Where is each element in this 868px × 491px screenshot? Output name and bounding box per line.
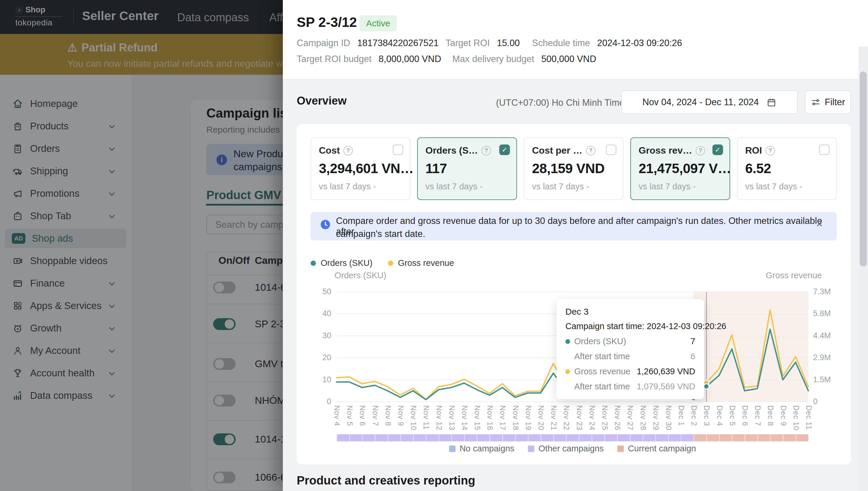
help-icon: ? [695,146,705,155]
meta-schedule-time: Schedule time2024-12-03 09:20:26 [532,38,682,49]
chart-tooltip: Dec 3 Campaign start time: 2024-12-03 09… [557,299,704,399]
period-strip-legend: No campaigns Other campaigns Current cam… [337,444,808,454]
help-icon: ? [482,146,491,155]
filter-button[interactable]: Filter [805,90,851,114]
metric-card-roi[interactable]: ROI? 6.52 vs last 7 days - [737,137,837,200]
tooltip-row-orders: Orders (SKU)7 [565,337,695,346]
left-axis-ticks: 50403020100 [312,292,331,402]
legend-other-campaigns: Other campaigns [528,444,604,454]
legend-item-orders[interactable]: Orders (SKU) [311,258,373,268]
meta-target-roi-budget: Target ROI budget8,000,000 VND [297,54,441,64]
filter-label: Filter [825,97,845,108]
calendar-icon [767,97,776,107]
drawer-header: SP 2-3/12 Active Campaign ID181738422026… [283,0,868,80]
tooltip-row-gross-revenue: Gross revenue1,260,639 VND [565,367,695,376]
metric-compare: vs last 7 days - [426,182,483,192]
metric-checkbox[interactable] [606,144,616,155]
help-icon: ? [586,146,595,155]
metric-card-gross-revenue[interactable]: Gross rev…? 21,475,097 V… vs last 7 days… [630,137,730,200]
chart-legend: Orders (SKU) Gross revenue [311,258,454,268]
legend-dot [388,261,393,266]
compare-notice-banner: Compare order and gross revenue data for… [311,212,837,240]
x-axis-labels: Nov 4Nov 5Nov 6Nov 7Nov 8Nov 9Nov 10Nov … [337,405,808,436]
tooltip-row-after-start: After start time6 [565,352,695,361]
metric-card-cost-per[interactable]: Cost per …? 28,159 VND vs last 7 days - [524,137,624,200]
campaign-detail-drawer: SP 2-3/12 Active Campaign ID181738422026… [283,0,868,491]
tooltip-subtitle: Campaign start time: 2024-12-03 09:20:26 [565,321,695,331]
metric-value: 21,475,097 V… [639,161,731,176]
meta-campaign-id: Campaign ID1817384220267521 [297,38,439,49]
metric-card-cost[interactable]: Cost? 3,294,601 VN… vs last 7 days - [311,137,410,200]
close-icon[interactable]: × [816,219,823,229]
date-range-value: Nov 04, 2024 - Dec 11, 2024 [643,97,759,108]
tooltip-date: Dec 3 [565,307,695,317]
clock-icon [319,219,331,230]
metric-compare: vs last 7 days - [319,182,376,192]
metric-compare: vs last 7 days - [745,182,802,192]
overview-heading: Overview [297,94,347,107]
legend-no-campaigns: No campaigns [449,444,514,454]
legend-current-campaign: Current campaign [617,444,696,454]
legend-dot [311,261,316,266]
metric-checkbox[interactable] [712,144,723,155]
meta-target-roi: Target ROI15.00 [445,38,520,49]
metric-checkbox[interactable] [819,144,830,155]
help-icon: ? [343,146,353,155]
metric-value: 117 [426,161,447,176]
tooltip-row-after-start: After start time1,079,569 VND [565,382,695,392]
modal-overlay[interactable] [0,0,283,491]
legend-item-gross-revenue[interactable]: Gross revenue [388,258,454,268]
metric-compare: vs last 7 days - [532,182,589,192]
date-range-picker[interactable]: Nov 04, 2024 - Dec 11, 2024 [621,90,798,114]
right-axis-ticks: 7.3M5.8M4.4M2.9M1.5M0 [813,292,840,402]
product-creatives-heading: Product and creatives reporting [297,474,475,487]
filter-sliders-icon [811,97,821,107]
help-icon: ? [766,146,775,155]
status-badge: Active [360,16,397,31]
meta-max-delivery-budget: Max delivery budget500,000 VND [452,54,596,64]
campaign-period-strip [337,434,808,441]
metric-checkbox[interactable] [499,144,510,155]
scrollbar-thumb[interactable] [860,71,867,266]
metric-value: 3,294,601 VN… [319,161,414,176]
metric-compare: vs last 7 days - [639,182,695,192]
right-axis-title: Gross revenue [750,270,822,280]
campaign-title: SP 2-3/12 [297,14,357,30]
app-root: ♪ Shop tokopedia Seller Center Data comp… [0,0,868,491]
metric-checkbox[interactable] [393,144,403,155]
left-axis-title: Orders (SKU) [335,270,386,280]
timezone-label: (UTC+07:00) Ho Chi Minh Time [496,97,624,108]
metric-card-orders-sku[interactable]: Orders (S…? 117 vs last 7 days - [417,137,517,200]
metric-value: 28,159 VND [532,161,604,176]
notice-text: campaign's start date. [336,229,425,239]
metric-value: 6.52 [745,161,771,176]
scrollbar-track[interactable] [859,47,868,491]
